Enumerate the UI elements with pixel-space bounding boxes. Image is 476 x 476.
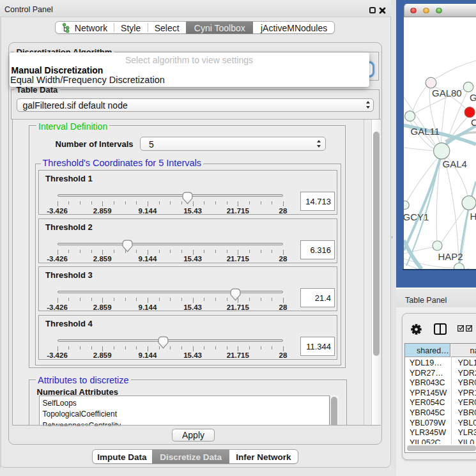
svg-text:GA: GA [470, 92, 476, 103]
svg-text:GCY1: GCY1 [404, 211, 429, 222]
svg-text:C: C [471, 117, 476, 128]
svg-text:GAL11: GAL11 [411, 126, 440, 137]
svg-text:GAL80: GAL80 [432, 88, 462, 98]
svg-text:HAP2: HAP2 [438, 251, 463, 262]
svg-text:GAL4: GAL4 [443, 158, 467, 169]
svg-text:H: H [470, 211, 476, 222]
